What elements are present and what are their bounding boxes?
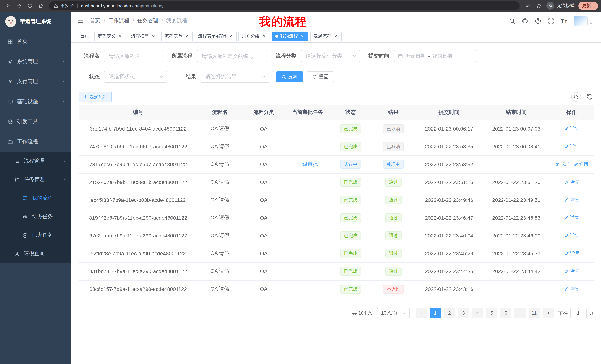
detail-button[interactable]: 详情 <box>564 215 579 221</box>
page-3-button[interactable]: 3 <box>458 308 469 318</box>
cell-end-time: 2022-01-22 23:45:37 <box>483 245 550 262</box>
sidebar-item-done-tasks[interactable]: 已办任务 <box>0 226 71 245</box>
tab-my-process[interactable]: 我的流程× <box>272 31 308 41</box>
search-button[interactable]: 搜索 <box>276 71 303 82</box>
list-icon <box>14 158 20 164</box>
status-placeholder: 请选择状态 <box>109 74 158 80</box>
category-select[interactable]: 请选择流程分类 <box>301 50 360 62</box>
status-tag: 已完成 <box>340 249 361 258</box>
start-process-button[interactable]: 发起流程 <box>79 92 112 102</box>
fullscreen-icon[interactable] <box>548 18 554 24</box>
close-icon[interactable]: × <box>228 34 233 39</box>
sidebar-item-dev-tools[interactable]: 研发工具 <box>0 112 71 132</box>
current-task-link[interactable]: 一级审批 <box>297 161 318 167</box>
detail-button[interactable]: 详情 <box>564 232 579 239</box>
cancel-button[interactable]: 取消 <box>555 161 570 168</box>
page-size-select[interactable]: 10条/页 <box>377 308 410 318</box>
detail-button[interactable]: 详情 <box>564 179 579 185</box>
goto-page-input[interactable] <box>570 308 587 318</box>
status-tag: 已完成 <box>340 142 361 151</box>
page-11-button[interactable]: 11 <box>529 308 540 318</box>
reset-button[interactable]: 重置 <box>307 71 334 82</box>
detail-button[interactable]: 详情 <box>564 250 579 257</box>
more-pages-button[interactable] <box>514 308 526 318</box>
refresh-table-button[interactable] <box>586 93 594 101</box>
avatar[interactable] <box>573 16 588 26</box>
bookmark-star-icon[interactable] <box>534 1 543 10</box>
sidebar-item-home[interactable]: 首页 <box>0 31 71 52</box>
process-name-input[interactable] <box>104 50 163 62</box>
tab-user-group[interactable]: 用户分组× <box>239 31 270 41</box>
chat-bubble-icon <box>22 195 28 201</box>
sidebar-item-payment-management[interactable]: ¥支付管理 <box>0 72 71 92</box>
sidebar-item-my-process[interactable]: 我的流程 <box>0 189 71 207</box>
password-manager-icon[interactable] <box>523 1 533 10</box>
hamburger-icon[interactable] <box>77 18 84 24</box>
close-icon[interactable]: × <box>333 34 338 39</box>
address-bar[interactable]: 不安全 dashboard.yudao.iocoder.cn/bpm/task/… <box>49 1 520 10</box>
close-icon[interactable]: × <box>117 34 123 39</box>
close-icon[interactable]: × <box>300 34 305 39</box>
close-icon[interactable]: × <box>261 34 267 39</box>
breadcrumb-home[interactable]: 首页 <box>90 18 100 24</box>
process-table: 编号流程名流程分类当前审批任务状态结果提交时间结束时间操作 3ad174fb-7… <box>79 105 594 298</box>
page-2-button[interactable]: 2 <box>444 308 455 318</box>
breadcrumb-workflow[interactable]: 工作流程 <box>109 18 129 24</box>
gear-icon <box>7 59 13 64</box>
next-page-button[interactable] <box>543 308 554 318</box>
tab-process-model[interactable]: 流程模型× <box>128 31 159 41</box>
page-6-button[interactable]: 6 <box>500 308 511 318</box>
total-count: 共 104 条 <box>352 310 372 316</box>
tab-process-form-edit[interactable]: 流程表单-编辑× <box>195 31 237 41</box>
help-icon[interactable] <box>535 18 541 24</box>
browser-forward-button[interactable] <box>14 1 24 10</box>
sidebar-item-todo-tasks[interactable]: 待办任务 <box>0 207 71 226</box>
cell-id: 331bc281-7b9a-11ec-a290-acde48001122 <box>79 262 198 280</box>
prev-page-button[interactable] <box>416 308 427 318</box>
sidebar-item-workflow[interactable]: 工作流程 <box>0 132 71 152</box>
status-select[interactable]: 请选择状态 <box>104 71 167 83</box>
detail-button[interactable]: 详情 <box>564 197 579 203</box>
cell-result: 通过 <box>371 262 415 280</box>
close-icon[interactable]: × <box>151 34 156 39</box>
cell-status: 已完成 <box>330 120 371 138</box>
sidebar-item-leave-query[interactable]: 请假查询 <box>0 245 71 263</box>
close-icon[interactable]: × <box>184 34 190 39</box>
result-placeholder: 请选择流结果 <box>205 74 260 80</box>
sidebar-item-task-management[interactable]: 任务管理 <box>0 170 71 189</box>
page-1-button[interactable]: 1 <box>430 308 441 318</box>
dashboard-icon <box>7 39 13 44</box>
sidebar-item-infrastructure[interactable]: 基础设施 <box>0 92 71 112</box>
browser-home-button[interactable] <box>36 1 45 10</box>
tab-home[interactable]: 首页 <box>77 31 92 41</box>
detail-button[interactable]: 详情 <box>564 268 579 274</box>
browser-back-button[interactable] <box>4 1 13 10</box>
breadcrumb-task-management[interactable]: 任务管理 <box>137 18 158 24</box>
table-row: 2152467e-7b9b-11ec-9a1b-acde48001122OA 请… <box>79 173 594 191</box>
user-menu[interactable] <box>573 16 593 26</box>
sidebar-item-system-management[interactable]: 系统管理 <box>0 52 71 72</box>
detail-button[interactable]: 详情 <box>574 161 588 168</box>
page-5-button[interactable]: 5 <box>486 308 497 318</box>
toggle-search-button[interactable] <box>571 92 581 102</box>
browser-reload-button[interactable] <box>25 1 35 10</box>
update-button[interactable]: 更新 <box>578 2 598 10</box>
sidebar-item-process-management[interactable]: 流程管理 <box>0 152 71 170</box>
page-4-button[interactable]: 4 <box>472 308 483 318</box>
submit-time-range-picker[interactable]: 开始日期 - 结束日期 <box>394 50 476 62</box>
process-definition-input[interactable] <box>197 50 267 62</box>
result-select[interactable]: 请选择流结果 <box>200 71 269 83</box>
detail-button[interactable]: 详情 <box>564 144 579 150</box>
search-icon[interactable] <box>509 18 515 24</box>
cell-status: 已完成 <box>330 173 371 191</box>
cell-submit-time: 2022-01-22 23:45:29 <box>415 245 483 262</box>
tab-process-definition[interactable]: 流程定义× <box>94 31 126 41</box>
tab-process-form[interactable]: 流程表单× <box>161 31 193 41</box>
tab-label: 用户分组 <box>242 33 260 39</box>
detail-button[interactable]: 详情 <box>564 286 579 292</box>
tab-start-process[interactable]: 发起流程× <box>310 31 342 41</box>
github-icon[interactable] <box>522 18 528 24</box>
font-size-icon[interactable]: TT <box>561 18 567 24</box>
detail-button[interactable]: 详情 <box>564 126 579 132</box>
browser-menu-icon[interactable] <box>591 3 597 9</box>
